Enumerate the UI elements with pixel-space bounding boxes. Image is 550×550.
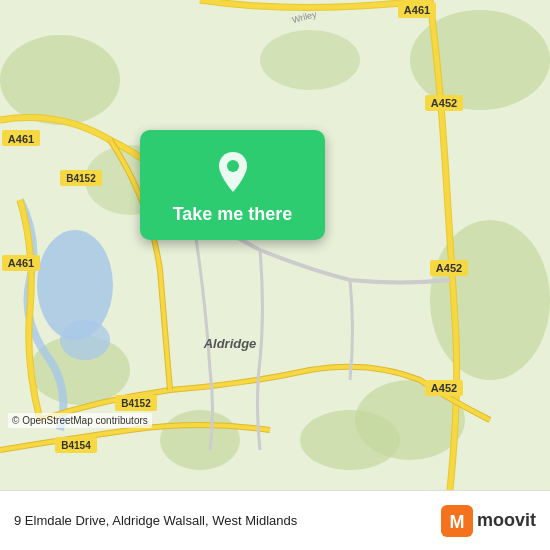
svg-point-11 — [60, 320, 110, 360]
take-me-there-button[interactable]: Take me there — [173, 204, 293, 226]
moovit-logo: M moovit — [441, 505, 536, 537]
svg-text:Aldridge: Aldridge — [203, 336, 257, 351]
svg-text:B4154: B4154 — [61, 440, 91, 451]
svg-point-1 — [0, 35, 120, 125]
svg-point-7 — [300, 410, 400, 470]
osm-attribution: © OpenStreetMap contributors — [8, 413, 152, 428]
svg-point-9 — [260, 30, 360, 90]
svg-text:B4152: B4152 — [66, 173, 96, 184]
svg-text:A452: A452 — [436, 262, 462, 274]
svg-text:A461: A461 — [8, 133, 34, 145]
svg-text:A461: A461 — [8, 257, 34, 269]
moovit-logo-text: moovit — [477, 510, 536, 531]
svg-text:A452: A452 — [431, 382, 457, 394]
location-icon-wrapper — [209, 148, 257, 196]
location-pin-icon — [209, 148, 257, 196]
svg-text:B4152: B4152 — [121, 398, 151, 409]
svg-text:A452: A452 — [431, 97, 457, 109]
svg-point-6 — [160, 410, 240, 470]
svg-text:M: M — [449, 512, 464, 532]
svg-text:A461: A461 — [404, 4, 430, 16]
address-text: 9 Elmdale Drive, Aldridge Walsall, West … — [14, 513, 441, 528]
svg-point-34 — [227, 160, 239, 172]
map-container: A461 A461 A461 A452 A452 A452 B4152 B415… — [0, 0, 550, 490]
moovit-logo-icon: M — [441, 505, 473, 537]
take-me-there-card[interactable]: Take me there — [140, 130, 325, 240]
bottom-bar: 9 Elmdale Drive, Aldridge Walsall, West … — [0, 490, 550, 550]
